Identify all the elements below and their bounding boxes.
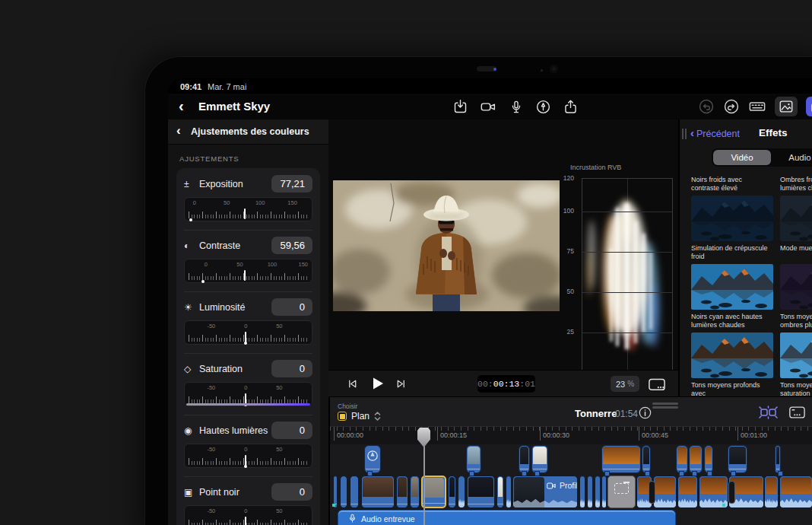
info-icon[interactable] xyxy=(639,406,652,422)
main-clip[interactable] xyxy=(607,476,636,508)
tab-audio[interactable]: Audio xyxy=(771,150,812,165)
connected-clip[interactable] xyxy=(775,445,781,473)
back-button[interactable]: ‹ xyxy=(179,97,184,115)
chevron-updown-icon xyxy=(374,412,381,421)
connected-clip[interactable] xyxy=(601,445,641,473)
main-clip[interactable] xyxy=(448,476,456,508)
redo-icon[interactable] xyxy=(723,98,740,115)
connected-clip[interactable] xyxy=(704,445,713,473)
effects-back-button[interactable]: ‹Précédent xyxy=(690,126,740,139)
video-preview xyxy=(333,180,560,311)
effect-thumbnail[interactable] xyxy=(691,264,773,310)
zoom-level-control[interactable]: 23 % xyxy=(611,376,639,392)
main-clip[interactable] xyxy=(595,476,601,508)
slider-needle[interactable] xyxy=(245,517,246,525)
main-clip[interactable] xyxy=(677,476,698,508)
slider-tick-label: -50 xyxy=(207,508,215,514)
main-clip[interactable] xyxy=(396,476,408,508)
main-clip[interactable] xyxy=(340,476,347,508)
timeline-project-duration: 01:54 xyxy=(615,409,638,419)
undo-icon[interactable] xyxy=(698,98,715,115)
adjustment-slider[interactable]: -50050 xyxy=(184,505,312,525)
main-clip[interactable] xyxy=(579,476,585,508)
main-clip[interactable] xyxy=(764,476,779,508)
adjustment-slider[interactable]: 050100150 xyxy=(184,197,312,221)
slider-needle[interactable] xyxy=(244,270,246,281)
camera-icon xyxy=(547,482,556,489)
panel-resize-handle[interactable] xyxy=(682,129,684,139)
transition-marker[interactable] xyxy=(649,481,655,504)
connect-viewer-icon[interactable] xyxy=(787,404,807,424)
share-icon[interactable] xyxy=(563,99,579,115)
clip-selector[interactable]: Plan xyxy=(338,411,381,422)
main-clip[interactable] xyxy=(779,476,812,508)
connected-clip[interactable] xyxy=(466,445,481,473)
keyboard-icon[interactable] xyxy=(748,98,766,115)
next-frame-button[interactable] xyxy=(395,378,407,393)
scope-tick-label: 120 xyxy=(563,174,574,182)
mic-icon[interactable] xyxy=(509,99,524,115)
adjustment-value[interactable]: 59,56 xyxy=(271,237,312,254)
range-dot xyxy=(332,504,335,507)
adjustment-slider[interactable]: -50050 xyxy=(184,444,312,468)
slider-tick-label: 50 xyxy=(276,384,282,391)
connected-clip[interactable] xyxy=(689,445,703,473)
effect-thumbnail[interactable] xyxy=(691,332,773,378)
slider-needle[interactable] xyxy=(245,332,246,342)
timeline-drag-handle[interactable] xyxy=(652,402,678,405)
adjustment-value[interactable]: 0 xyxy=(271,298,312,316)
main-clip[interactable] xyxy=(506,476,512,508)
connected-clip[interactable] xyxy=(519,445,530,473)
panel-back-button[interactable]: ‹ xyxy=(176,123,181,138)
main-clip[interactable] xyxy=(458,476,465,508)
connected-clip[interactable] xyxy=(642,445,651,473)
timeline-ruler[interactable]: 00:00:0000:00:1500:00:3000:00:4500:01:00 xyxy=(330,426,812,445)
hautes lumières-icon: ◉ xyxy=(184,425,199,436)
slider-needle[interactable] xyxy=(245,455,246,466)
effect-thumbnail[interactable] xyxy=(780,264,812,310)
main-clip[interactable] xyxy=(496,476,504,508)
effects-tab-bar: VidéoAudio xyxy=(712,148,812,167)
camera-icon[interactable] xyxy=(480,99,497,115)
previous-frame-button[interactable] xyxy=(347,378,358,393)
adjustment-slider[interactable]: -50050 xyxy=(184,320,312,345)
adjustment-value[interactable]: 77,21 xyxy=(271,175,312,192)
import-icon[interactable] xyxy=(452,99,468,115)
tab-vidéo[interactable]: Vidéo xyxy=(713,150,771,165)
adjustment-slider[interactable]: -50050 xyxy=(184,382,312,406)
connected-clip[interactable] xyxy=(531,445,548,473)
adjustment-label: Saturation xyxy=(199,364,271,374)
play-button[interactable] xyxy=(368,374,386,396)
main-clip[interactable] xyxy=(410,476,420,508)
effect-thumbnail[interactable] xyxy=(780,332,812,378)
slider-needle[interactable] xyxy=(244,208,246,219)
annotate-icon[interactable] xyxy=(535,99,551,115)
main-clip[interactable] xyxy=(601,476,607,508)
connected-clip[interactable] xyxy=(676,445,688,473)
timecode-display[interactable]: 00:00:13:01 xyxy=(477,375,535,393)
main-clip[interactable] xyxy=(653,476,677,508)
audio-interview-clip[interactable]: Audio entrevue xyxy=(338,510,676,525)
effect-thumbnail[interactable] xyxy=(780,196,812,241)
overview-icon[interactable] xyxy=(758,404,778,424)
main-clip[interactable] xyxy=(467,476,495,508)
adjustment-value[interactable]: 0 xyxy=(271,483,312,501)
effect-thumbnail[interactable] xyxy=(691,196,773,241)
main-clip[interactable] xyxy=(350,476,359,508)
main-clip[interactable] xyxy=(587,476,593,508)
connected-clip[interactable] xyxy=(728,445,747,473)
transition-marker[interactable] xyxy=(728,481,735,504)
slider-tick-label: -50 xyxy=(207,384,215,391)
adjustment-value[interactable]: 0 xyxy=(271,422,312,439)
adjustment-value[interactable]: 0 xyxy=(271,360,312,377)
pip-viewer-icon[interactable] xyxy=(647,376,667,396)
slider-needle[interactable] xyxy=(245,393,246,404)
media-browser-button[interactable] xyxy=(775,97,798,116)
connected-clip[interactable] xyxy=(364,445,381,473)
profil-clip[interactable]: Profil xyxy=(512,476,578,508)
adjustments-card: ±Exposition77,21050100150◐Contraste59,56… xyxy=(176,168,320,525)
main-clip[interactable] xyxy=(361,476,395,508)
effects-browser-button[interactable] xyxy=(806,97,812,116)
adjustment-slider[interactable]: 050100150 xyxy=(184,259,312,283)
slider-tick-label: -50 xyxy=(207,323,215,329)
